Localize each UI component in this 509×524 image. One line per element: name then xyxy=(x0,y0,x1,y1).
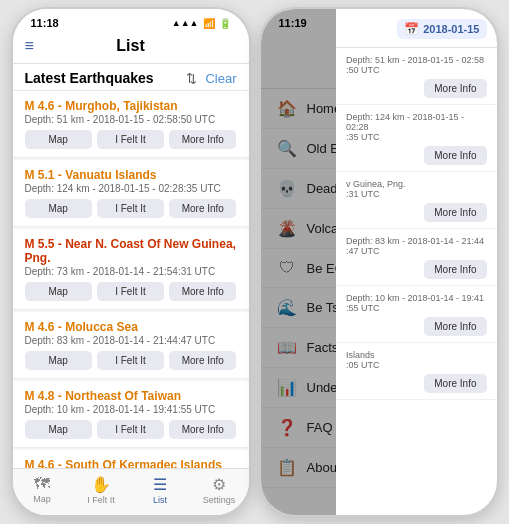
overlay-info-btn[interactable]: More Info xyxy=(424,146,486,165)
eq-depth: Depth: 51 km - 2018-01-15 - 02:58:50 UTC xyxy=(25,114,237,125)
map-button[interactable]: Map xyxy=(25,420,92,439)
menu-icon[interactable]: ≡ xyxy=(25,37,34,55)
felt-nav-icon: ✋ xyxy=(91,475,111,494)
map-button[interactable]: Map xyxy=(25,351,92,370)
nav-map[interactable]: 🗺 Map xyxy=(13,473,72,507)
section-title: Latest Earthquakes xyxy=(25,70,154,86)
battery-icon: 🔋 xyxy=(219,18,231,29)
overlay-depth: Depth: 124 km - 2018-01-15 - 02:28:35 UT… xyxy=(346,112,486,142)
info-button[interactable]: More Info xyxy=(169,282,236,301)
overlay-header: 📅 2018-01-15 xyxy=(336,9,496,48)
overlay-date-badge: 📅 2018-01-15 xyxy=(397,19,486,39)
info-button[interactable]: More Info xyxy=(169,351,236,370)
eq-depth: Depth: 124 km - 2018-01-15 - 02:28:35 UT… xyxy=(25,183,237,194)
eq-title: M 4.6 - South Of Kermadec Islands xyxy=(25,458,237,468)
eq-buttons: Map I Felt It More Info xyxy=(25,282,237,301)
eq-depth: Depth: 10 km - 2018-01-14 - 19:41:55 UTC xyxy=(25,404,237,415)
overlay-depth: v Guinea, Png.:31 UTC xyxy=(346,179,486,199)
map-nav-icon: 🗺 xyxy=(34,475,50,493)
eq-title: M 4.6 - Molucca Sea xyxy=(25,320,237,334)
info-button[interactable]: More Info xyxy=(169,199,236,218)
overlay-row: Islands:05 UTC More Info xyxy=(336,343,496,400)
screens-container: 11:18 ▲▲▲ 📶 🔋 ≡ List Latest Earthquakes … xyxy=(11,7,499,517)
overlay-info-btn[interactable]: More Info xyxy=(424,317,486,336)
overlay-row: Depth: 10 km - 2018-01-14 - 19:41:55 UTC… xyxy=(336,286,496,343)
eq-depth: Depth: 73 km - 2018-01-14 - 21:54:31 UTC xyxy=(25,266,237,277)
felt-button[interactable]: I Felt It xyxy=(97,199,164,218)
clear-button[interactable]: Clear xyxy=(205,71,236,86)
settings-nav-icon: ⚙ xyxy=(212,475,226,494)
overlay-row: Depth: 124 km - 2018-01-15 - 02:28:35 UT… xyxy=(336,105,496,172)
map-button[interactable]: Map xyxy=(25,130,92,149)
screen-list: 11:18 ▲▲▲ 📶 🔋 ≡ List Latest Earthquakes … xyxy=(11,7,251,517)
nav-settings[interactable]: ⚙ Settings xyxy=(190,473,249,507)
overlay-list-scroll: Depth: 51 km - 2018-01-15 - 02:58:50 UTC… xyxy=(336,48,496,515)
overlay-depth: Depth: 83 km - 2018-01-14 - 21:44:47 UTC xyxy=(346,236,486,256)
overlay-panel: 📅 2018-01-15 Depth: 51 km - 2018-01-15 -… xyxy=(336,9,496,515)
list-nav-icon: ☰ xyxy=(153,475,167,494)
nav-list[interactable]: ☰ List xyxy=(131,473,190,507)
overlay-row: Depth: 51 km - 2018-01-15 - 02:58:50 UTC… xyxy=(336,48,496,105)
overlay-depth: Depth: 51 km - 2018-01-15 - 02:58:50 UTC xyxy=(346,55,486,75)
screen-menu: 11:19 ▲▲▲ 📶 🔋 🌍 🏠 Home 🔍 Old Earthquakes… xyxy=(259,7,499,517)
eq-buttons: Map I Felt It More Info xyxy=(25,199,237,218)
felt-button[interactable]: I Felt It xyxy=(97,420,164,439)
wifi-icon: 📶 xyxy=(203,18,215,29)
table-row: M 4.6 - South Of Kermadec Islands Depth:… xyxy=(13,450,249,468)
nav-list-label: List xyxy=(153,495,167,505)
eq-buttons: Map I Felt It More Info xyxy=(25,420,237,439)
felt-button[interactable]: I Felt It xyxy=(97,351,164,370)
eq-depth: Depth: 83 km - 2018-01-14 - 21:44:47 UTC xyxy=(25,335,237,346)
list-title: List xyxy=(116,37,144,55)
table-row: M 5.1 - Vanuatu Islands Depth: 124 km - … xyxy=(13,160,249,227)
table-row: M 4.6 - Molucca Sea Depth: 83 km - 2018-… xyxy=(13,312,249,379)
overlay-info-btn[interactable]: More Info xyxy=(424,260,486,279)
felt-button[interactable]: I Felt It xyxy=(97,282,164,301)
list-header: ≡ List xyxy=(13,33,249,64)
eq-title: M 4.6 - Murghob, Tajikistan xyxy=(25,99,237,113)
info-button[interactable]: More Info xyxy=(169,420,236,439)
overlay-info-btn[interactable]: More Info xyxy=(424,203,486,222)
menu-overlay: 📅 2018-01-15 Depth: 51 km - 2018-01-15 -… xyxy=(261,9,497,515)
felt-button[interactable]: I Felt It xyxy=(97,130,164,149)
filter-icon[interactable]: ⇅ xyxy=(186,71,197,86)
info-button[interactable]: More Info xyxy=(169,130,236,149)
map-button[interactable]: Map xyxy=(25,282,92,301)
calendar-icon: 📅 xyxy=(404,22,419,36)
overlay-row: v Guinea, Png.:31 UTC More Info xyxy=(336,172,496,229)
earthquake-list: M 4.6 - Murghob, Tajikistan Depth: 51 km… xyxy=(13,91,249,468)
table-row: M 4.6 - Murghob, Tajikistan Depth: 51 km… xyxy=(13,91,249,158)
eq-title: M 5.5 - Near N. Coast Of New Guinea, Png… xyxy=(25,237,237,265)
eq-buttons: Map I Felt It More Info xyxy=(25,130,237,149)
eq-title: M 5.1 - Vanuatu Islands xyxy=(25,168,237,182)
bottom-nav: 🗺 Map ✋ I Felt It ☰ List ⚙ Settings xyxy=(13,468,249,515)
table-row: M 5.5 - Near N. Coast Of New Guinea, Png… xyxy=(13,229,249,310)
status-icons-1: ▲▲▲ 📶 🔋 xyxy=(172,18,231,29)
nav-felt-label: I Felt It xyxy=(87,495,115,505)
eq-title: M 4.8 - Northeast Of Taiwan xyxy=(25,389,237,403)
eq-buttons: Map I Felt It More Info xyxy=(25,351,237,370)
signal-icon: ▲▲▲ xyxy=(172,18,199,28)
section-header: Latest Earthquakes ⇅ Clear xyxy=(13,64,249,91)
overlay-depth: Depth: 10 km - 2018-01-14 - 19:41:55 UTC xyxy=(346,293,486,313)
time-1: 11:18 xyxy=(31,17,59,29)
map-button[interactable]: Map xyxy=(25,199,92,218)
nav-felt[interactable]: ✋ I Felt It xyxy=(72,473,131,507)
table-row: M 4.8 - Northeast Of Taiwan Depth: 10 km… xyxy=(13,381,249,448)
overlay-row: Depth: 83 km - 2018-01-14 - 21:44:47 UTC… xyxy=(336,229,496,286)
nav-map-label: Map xyxy=(33,494,51,504)
status-bar-1: 11:18 ▲▲▲ 📶 🔋 xyxy=(13,9,249,33)
overlay-depth: Islands:05 UTC xyxy=(346,350,486,370)
nav-settings-label: Settings xyxy=(203,495,236,505)
overlay-info-btn[interactable]: More Info xyxy=(424,79,486,98)
section-actions: ⇅ Clear xyxy=(186,71,236,86)
overlay-info-btn[interactable]: More Info xyxy=(424,374,486,393)
overlay-date-text: 2018-01-15 xyxy=(423,23,479,35)
